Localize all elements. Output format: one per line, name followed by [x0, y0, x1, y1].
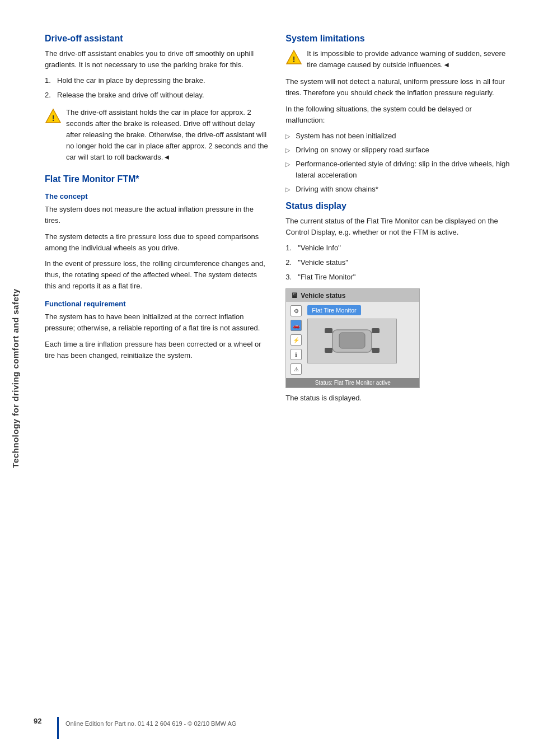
drive-off-steps: 1. Hold the car in place by depressing t…	[45, 75, 269, 101]
system-limits-heading: System limitations	[285, 34, 509, 44]
footer-text: Online Edition for Part no. 01 41 2 604 …	[65, 717, 236, 729]
vs-body: ⚙ 🚗 ⚡ ℹ ⚠ Flat Tire Monitor	[286, 302, 419, 378]
drive-off-step-1: 1. Hold the car in place by depressing t…	[45, 75, 269, 86]
vs-main: Flat Tire Monitor	[307, 305, 415, 375]
status-display-heading: Status display	[285, 201, 509, 211]
vs-icon-5: ⚠	[291, 363, 302, 375]
bullet-icon-1: ▷	[285, 132, 296, 141]
bullet-text-2: Driving on snowy or slippery road surfac…	[296, 144, 429, 156]
left-column: Drive-off assistant The drive-off assist…	[45, 34, 269, 408]
ftm-heading: Flat Tire Monitor FTM*	[45, 174, 269, 184]
status-num-3: 3.	[285, 272, 298, 283]
status-step-1: 1. "Vehicle Info"	[285, 242, 509, 254]
vs-icon-2: 🚗	[291, 320, 302, 331]
status-step-2: 2. "Vehicle status"	[285, 257, 509, 268]
footer-divider	[57, 717, 59, 739]
func-p2: Each time a tire inflation pressure has …	[45, 339, 269, 361]
concept-heading: The concept	[45, 192, 269, 200]
status-text-2: "Vehicle status"	[298, 257, 348, 268]
status-step-3: 3. "Flat Tire Monitor"	[285, 272, 509, 283]
status-num-1: 1.	[285, 242, 298, 254]
sidebar-label: Technology for driving comfort and safet…	[11, 288, 20, 468]
svg-rect-8	[325, 348, 332, 353]
bullet-icon-2: ▷	[285, 146, 296, 155]
page-footer: 92 Online Edition for Part no. 01 41 2 6…	[34, 717, 512, 739]
svg-rect-7	[372, 328, 380, 333]
vs-header-label: Vehicle status	[301, 292, 345, 300]
status-num-2: 2.	[285, 257, 298, 268]
drive-off-step-2: 2. Release the brake and drive off witho…	[45, 90, 269, 101]
main-content: Drive-off assistant The drive-off assist…	[34, 0, 534, 442]
page-number: 92	[34, 717, 50, 725]
system-limits-warning: ! It is impossible to provide advance wa…	[285, 48, 509, 71]
step-text-1: Hold the car in place by depressing the …	[57, 75, 205, 86]
system-limits-p2: In the following situations, the system …	[285, 104, 509, 126]
vs-sidebar-icons: ⚙ 🚗 ⚡ ℹ ⚠	[291, 305, 303, 375]
warning-icon: !	[45, 108, 62, 125]
vs-tab-label: Flat Tire Monitor	[307, 305, 360, 315]
vs-icon-3: ⚡	[291, 334, 302, 346]
bullet-4: ▷ Driving with snow chains*	[285, 184, 509, 195]
bullet-text-3: Performance-oriented style of driving: s…	[296, 158, 509, 181]
svg-rect-9	[372, 348, 380, 353]
car-diagram	[316, 321, 388, 361]
bullet-2: ▷ Driving on snowy or slippery road surf…	[285, 144, 509, 156]
vs-status-text: Status: Flat Tire Monitor active	[315, 380, 391, 386]
status-display-p1: The current status of the Flat Tire Moni…	[285, 216, 509, 238]
concept-p3: In the event of pressure loss, the rolli…	[45, 258, 269, 292]
warning-icon-2: !	[285, 49, 302, 66]
status-display-section: Status display The current status of the…	[285, 201, 509, 404]
step-text-2: Release the brake and drive off without …	[57, 90, 204, 101]
drive-off-heading: Drive-off assistant	[45, 34, 269, 44]
bullet-3: ▷ Performance-oriented style of driving:…	[285, 158, 509, 181]
bullet-icon-3: ▷	[285, 160, 296, 169]
func-p1: The system has to have been initialized …	[45, 311, 269, 334]
two-column-layout: Drive-off assistant The drive-off assist…	[45, 34, 512, 408]
system-limits-section: System limitations ! It is impossible to…	[285, 34, 509, 195]
func-heading: Functional requirement	[45, 300, 269, 308]
vs-icon-1: ⚙	[291, 305, 302, 316]
drive-off-section: Drive-off assistant The drive-off assist…	[45, 34, 269, 163]
drive-off-intro: The drive-off assistant enables you to d…	[45, 48, 269, 71]
vs-footer: Status: Flat Tire Monitor active	[286, 378, 419, 388]
drive-off-warning-text: The drive-off assistant holds the car in…	[66, 107, 269, 164]
svg-text:!: !	[293, 55, 296, 64]
system-limits-warning-text: It is impossible to provide advance warn…	[307, 48, 509, 71]
system-limits-bullets: ▷ System has not been initialized ▷ Driv…	[285, 130, 509, 195]
bullet-text-1: System has not been initialized	[296, 130, 396, 142]
step-num-2: 2.	[45, 90, 57, 101]
step-num-1: 1.	[45, 75, 57, 86]
vs-icon-4: ℹ	[291, 349, 302, 360]
status-text-3: "Flat Tire Monitor"	[298, 272, 355, 283]
status-caption: The status is displayed.	[285, 393, 509, 404]
right-column: System limitations ! It is impossible to…	[285, 34, 509, 408]
svg-text:!: !	[52, 114, 55, 123]
vs-car-area	[307, 319, 397, 363]
sidebar: Technology for driving comfort and safet…	[0, 0, 31, 756]
vs-header: 🖥 Vehicle status	[286, 289, 419, 302]
concept-p2: The system detects a tire pressure loss …	[45, 231, 269, 254]
vehicle-status-screenshot: 🖥 Vehicle status ⚙ 🚗 ⚡ ℹ ⚠ Flat Tire Mon…	[285, 288, 420, 388]
drive-off-warning: ! The drive-off assistant holds the car …	[45, 107, 269, 164]
bullet-1: ▷ System has not been initialized	[285, 130, 509, 142]
bullet-icon-4: ▷	[285, 185, 296, 194]
status-steps: 1. "Vehicle Info" 2. "Vehicle status" 3.…	[285, 242, 509, 283]
bullet-text-4: Driving with snow chains*	[296, 184, 378, 195]
concept-p1: The system does not measure the actual i…	[45, 204, 269, 226]
svg-rect-6	[325, 328, 332, 333]
svg-rect-5	[339, 333, 365, 348]
vs-header-icon: 🖥	[291, 291, 298, 300]
system-limits-p1: The system will not detect a natural, un…	[285, 76, 509, 99]
ftm-section: Flat Tire Monitor FTM* The concept The s…	[45, 174, 269, 361]
status-text-1: "Vehicle Info"	[298, 242, 340, 254]
